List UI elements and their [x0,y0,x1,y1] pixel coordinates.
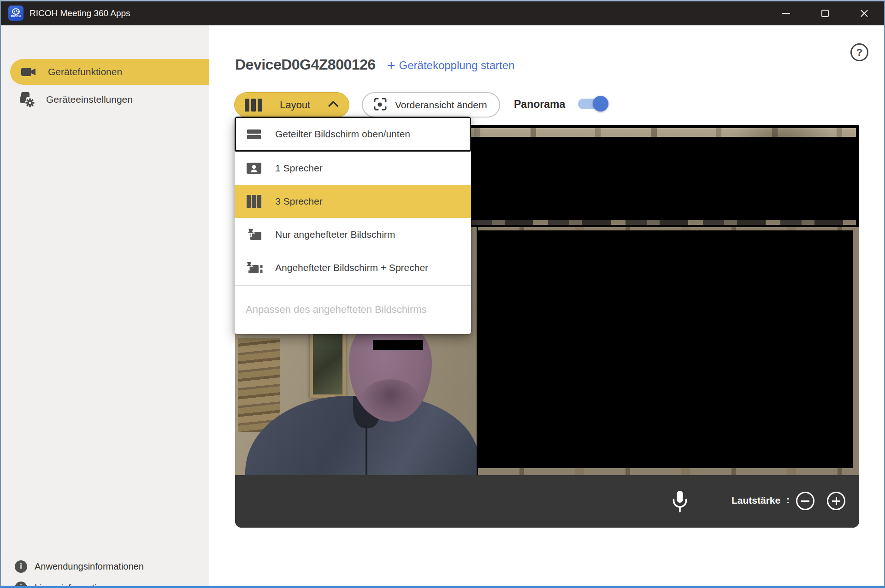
menu-item-angehefteter-bildschirm-sprecher[interactable]: Angehefteter Bildschirm + Sprecher [235,251,471,284]
wooden-shelf-image [238,338,280,432]
menu-item-3-sprecher[interactable]: 3 Sprecher [235,185,471,218]
titlebar: RICOH RICOH Meeting 360 Apps [1,1,884,25]
menu-item-anpassen-disabled: Anpassen des angehefteten Bildschirms [235,285,471,333]
change-front-view-button[interactable]: Vorderansicht ändern [362,92,500,118]
speaker-feed-right [478,227,859,475]
device-settings-gear-icon [18,91,36,108]
plus-icon: + [387,60,395,71]
menu-item-label: 1 Sprecher [275,163,323,174]
menu-item-label: Geteilter Bildschirm oben/unten [275,129,410,140]
sidebar: Gerätefunktionen Ge [1,25,209,586]
close-icon [860,9,868,18]
menu-item-label: 3 Sprecher [275,196,323,207]
maximize-button[interactable] [809,1,841,25]
chevron-up-icon [328,100,339,109]
sidebar-footer-label: Lizenzinformationen [35,582,117,588]
sidebar-footer-label: Anwendungsinformationen [35,561,144,572]
menu-item-split-screen[interactable]: Geteilter Bildschirm oben/unten [235,117,471,152]
info-icon: i [15,582,27,588]
panorama-label: Panorama [514,98,565,111]
front-view-focus-icon [373,97,388,113]
sidebar-item-anwendungsinformationen[interactable]: i Anwendungsinformationen [1,555,209,577]
layout-dropdown-button[interactable]: Layout [234,92,349,118]
sidebar-item-label: Gerätefunktionen [48,66,122,77]
video-camera-icon [19,66,38,77]
one-speaker-icon [245,162,263,174]
volume-up-button[interactable] [827,492,845,510]
split-screen-top-bottom-icon [245,129,263,140]
close-button[interactable] [848,1,880,25]
layout-dropdown-menu: Geteilter Bildschirm oben/unten 1 Sprech… [235,117,471,334]
maximize-icon [821,10,829,17]
app-window: RICOH RICOH Meeting 360 Apps Gerätefunkt… [0,0,885,588]
pinned-screen-plus-speaker-icon [245,260,263,275]
menu-item-nur-angehefteter-bildschirm[interactable]: Nur angehefteter Bildschirm [235,218,471,251]
start-device-pairing-link[interactable]: + Gerätekopplung starten [387,59,514,72]
panorama-toggle[interactable] [578,99,608,109]
privacy-redaction-bottom [478,230,853,468]
sidebar-item-label: Geräteeinstellungen [46,94,133,105]
ricoh-logo-icon: RICOH [8,6,24,21]
pinned-screen-icon [245,227,263,242]
menu-footer-label: Anpassen des angehefteten Bildschirms [246,304,427,316]
video-control-bar: Lautstärke : [235,475,859,528]
menu-item-label: Nur angehefteter Bildschirm [275,229,395,240]
minimize-button[interactable] [770,1,802,25]
app-title: RICOH Meeting 360 Apps [30,1,130,25]
microphone-icon[interactable] [670,490,690,515]
layout-button-label: Layout [280,99,310,111]
help-circle-icon[interactable]: ? [850,43,868,61]
menu-item-1-sprecher[interactable]: 1 Sprecher [235,152,471,185]
privacy-eye-bar [373,340,423,350]
sidebar-item-geraeteeinstellungen[interactable]: Geräteeinstellungen [1,87,209,112]
toggle-knob [593,96,608,112]
sidebar-item-geraetefunktionen[interactable]: Gerätefunktionen [10,59,209,85]
three-columns-icon [245,99,262,112]
pairing-link-label: Gerätekopplung starten [399,59,515,72]
minimize-icon [782,13,790,14]
three-speakers-icon [245,195,263,208]
volume-separator: : [786,494,790,506]
volume-label: Lautstärke [732,495,780,506]
sidebar-item-lizenzinformationen[interactable]: i Lizenzinformationen [1,576,209,588]
volume-down-button[interactable] [796,492,814,510]
info-icon: i [15,560,27,573]
device-name-title: DeviceD0G4Z800126 [235,56,376,73]
menu-item-label: Angehefteter Bildschirm + Sprecher [275,262,428,273]
picture-frame-image [310,323,346,398]
front-view-button-label: Vorderansicht ändern [395,100,487,111]
